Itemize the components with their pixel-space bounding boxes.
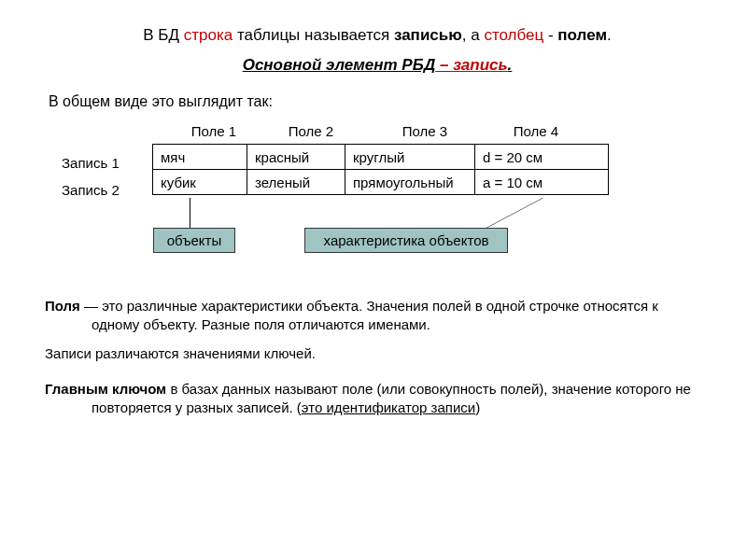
cell: красный bbox=[247, 145, 345, 170]
cell: прямоугольный bbox=[345, 170, 475, 195]
text: - bbox=[543, 26, 557, 44]
data-table: мяч красный круглый d = 20 см кубик зеле… bbox=[152, 144, 609, 195]
text: таблицы называется bbox=[233, 26, 394, 44]
text-bold: Главным ключом bbox=[45, 381, 166, 397]
field-header-2: Поле 2 bbox=[261, 123, 360, 139]
callout-box-objects: объекты bbox=[153, 228, 235, 253]
text-underline: Основной элемент РБД bbox=[243, 56, 436, 74]
cell: кубик bbox=[153, 170, 247, 195]
text-red: столбец bbox=[484, 26, 543, 44]
paragraph-fields: Поля — это различные характеристики объе… bbox=[45, 297, 710, 335]
slide-content: В БД строка таблицы называется записью, … bbox=[0, 0, 747, 445]
text-underline: . bbox=[508, 56, 513, 74]
cell: зеленый bbox=[247, 170, 345, 195]
paragraph-main-key: Главным ключом в базах данных называют п… bbox=[45, 380, 710, 418]
heading-line-2: Основной элемент РБД – запись. bbox=[45, 56, 710, 75]
text: . bbox=[607, 26, 612, 44]
text: — это различные характеристики объекта. … bbox=[80, 298, 658, 332]
text: ) bbox=[475, 399, 480, 415]
row-label-1: Запись 1 bbox=[62, 149, 120, 176]
cell: a = 10 см bbox=[475, 170, 609, 195]
text-underline-red: запись bbox=[453, 56, 507, 74]
text: В БД bbox=[143, 26, 183, 44]
diagram: Поле 1 Поле 2 Поле 3 Поле 4 Запись 1 Зап… bbox=[45, 123, 710, 245]
cell: круглый bbox=[345, 145, 475, 170]
callout-line bbox=[190, 198, 190, 228]
intro-text: В общем виде это выглядит так: bbox=[45, 93, 710, 110]
field-headers: Поле 1 Поле 2 Поле 3 Поле 4 bbox=[166, 123, 583, 139]
text-bold: записью bbox=[394, 26, 462, 44]
text-red: строка bbox=[184, 26, 233, 44]
field-header-4: Поле 4 bbox=[489, 123, 583, 139]
row-labels: Запись 1 Запись 2 bbox=[62, 149, 120, 203]
table-row: мяч красный круглый d = 20 см bbox=[153, 145, 609, 170]
callout-box-characteristics: характеристика объектов bbox=[304, 228, 508, 253]
text-underline: это идентификатор записи bbox=[302, 399, 475, 415]
text-bold: Поля bbox=[45, 298, 80, 314]
paragraph-records: Записи различаются значениями ключей. bbox=[45, 344, 710, 363]
cell: мяч bbox=[153, 145, 247, 170]
cell: d = 20 см bbox=[475, 145, 609, 170]
text: , а bbox=[462, 26, 485, 44]
text-bold: полем bbox=[557, 26, 607, 44]
callout-line bbox=[423, 198, 543, 228]
text-underline-red: – bbox=[435, 56, 453, 74]
field-header-3: Поле 3 bbox=[360, 123, 489, 139]
field-header-1: Поле 1 bbox=[166, 123, 261, 139]
row-label-2: Запись 2 bbox=[62, 176, 120, 203]
table-row: кубик зеленый прямоугольный a = 10 см bbox=[153, 170, 609, 195]
heading-line-1: В БД строка таблицы называется записью, … bbox=[45, 26, 710, 45]
